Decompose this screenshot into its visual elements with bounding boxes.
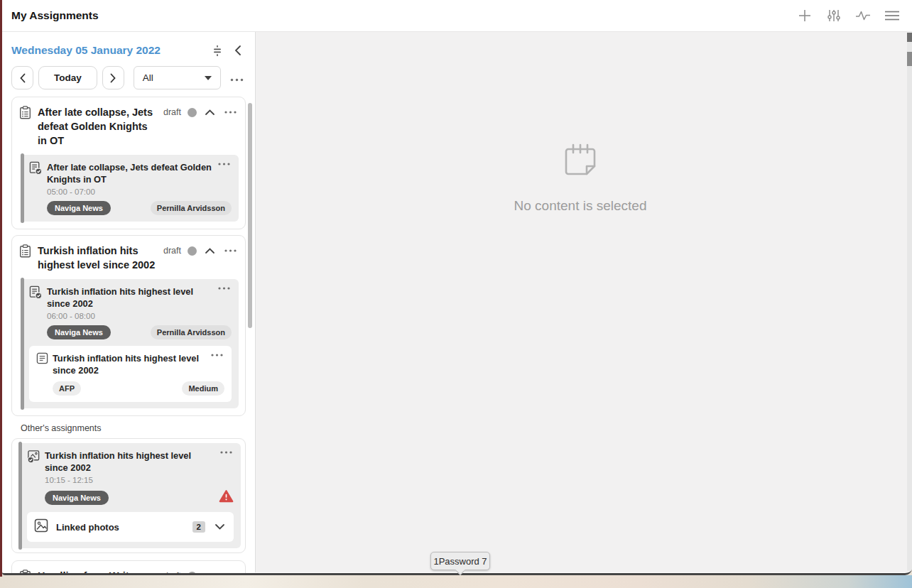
- header-icons: [796, 7, 901, 24]
- assignment-tags-row: Naviga News Pernilla Arvidsson: [47, 325, 232, 339]
- others-section-label: Other's assignments: [21, 423, 244, 433]
- assignment-body: 05:00 - 07:00 Naviga News Pernilla Arvid…: [47, 187, 232, 215]
- assignments-sidebar: Wednesday 05 January 2022: [2, 32, 256, 572]
- sidebar-scrollbar-thumb[interactable]: [248, 103, 252, 328]
- activity-icon[interactable]: [854, 7, 872, 24]
- app-header: My Assignments: [2, 0, 912, 32]
- warning-triangle-icon[interactable]: [219, 489, 234, 506]
- planning-title: Headline from Writer template is suggest…: [38, 569, 157, 575]
- more-dots-icon[interactable]: [223, 109, 238, 115]
- linked-photos-card[interactable]: Linked photos 2: [27, 512, 234, 542]
- sidebar-controls: Today All: [2, 57, 255, 89]
- clipboard-list-icon: [19, 105, 31, 122]
- channel-tag[interactable]: Naviga News: [45, 491, 109, 505]
- assignment-time: 05:00 - 07:00: [47, 187, 232, 196]
- plus-icon[interactable]: [796, 7, 813, 24]
- channel-tag[interactable]: Naviga News: [47, 201, 111, 215]
- assignment-header: Turkish inflation hits highest level sin…: [27, 450, 234, 474]
- sliders-icon[interactable]: [825, 7, 842, 24]
- planning-card[interactable]: After late collapse, Jets defeat Golden …: [11, 97, 246, 229]
- linked-article-card[interactable]: Turkish inflation hits highest level sin…: [29, 346, 232, 402]
- chevron-down-icon[interactable]: [213, 522, 227, 532]
- sidebar-date-header: Wednesday 05 January 2022: [2, 32, 255, 57]
- planning-header-actions: draft: [163, 569, 238, 575]
- article-tags-row: AFP Medium: [53, 381, 224, 396]
- assignment-title: After late collapse, Jets defeat Golden …: [47, 161, 212, 185]
- article-icon: [36, 352, 48, 367]
- today-button[interactable]: Today: [38, 66, 97, 89]
- chevron-down-icon: [205, 76, 212, 80]
- linked-photos-label: Linked photos: [56, 522, 185, 533]
- planning-card-header: Headline from Writer template is suggest…: [12, 561, 245, 575]
- more-dots-icon[interactable]: [217, 285, 232, 291]
- assignment-body: 10:15 - 12:15 Naviga News: [45, 476, 234, 506]
- photo-assignment-check-icon: [27, 450, 40, 467]
- clipboard-list-icon: [19, 569, 31, 575]
- desktop-background: [0, 575, 912, 588]
- sidebar-more-dots-icon[interactable]: [229, 67, 245, 89]
- more-dots-icon[interactable]: [219, 450, 234, 455]
- assignment-tags-row: Naviga News Pernilla Arvidsson: [47, 201, 232, 215]
- status-dot: [188, 108, 197, 117]
- page-scrollbar-thumb-secondary[interactable]: [907, 52, 912, 66]
- chevron-up-icon[interactable]: [203, 107, 217, 117]
- assignment-body: 06:00 - 08:00 Naviga News Pernilla Arvid…: [47, 312, 232, 339]
- empty-state: No content is selected: [256, 139, 905, 214]
- next-day-button[interactable]: [102, 66, 124, 89]
- planning-card[interactable]: Headline from Writer template is suggest…: [11, 560, 246, 575]
- dock-tooltip: 1Password 7: [430, 552, 490, 570]
- channel-tag[interactable]: Naviga News: [47, 325, 111, 339]
- planning-header-actions: draft: [163, 105, 238, 117]
- planning-header-actions: draft: [163, 244, 238, 256]
- assignment-card[interactable]: Turkish inflation hits highest level sin…: [18, 443, 241, 548]
- priority-tag[interactable]: Medium: [182, 381, 224, 396]
- more-dots-icon[interactable]: [223, 248, 238, 254]
- planning-title: After late collapse, Jets defeat Golden …: [38, 105, 157, 148]
- page-scrollbar-track[interactable]: [907, 33, 912, 571]
- clipboard-list-icon: [19, 244, 31, 261]
- assignment-title: Turkish inflation hits highest level sin…: [45, 450, 215, 474]
- collapse-rows-icon[interactable]: [212, 45, 223, 57]
- assignment-card-list: After late collapse, Jets defeat Golden …: [2, 89, 255, 575]
- collapse-sidebar-chevron-left-icon[interactable]: [234, 45, 242, 56]
- assignee-tag[interactable]: Pernilla Arvidsson: [151, 325, 232, 339]
- others-planning-card[interactable]: Turkish inflation hits highest level sin…: [11, 438, 246, 553]
- text-assignment-check-icon: [29, 161, 43, 178]
- chevron-up-icon[interactable]: [203, 246, 217, 256]
- image-icon: [34, 518, 48, 535]
- status-label: draft: [163, 571, 181, 575]
- assignment-card[interactable]: Turkish inflation hits highest level sin…: [21, 279, 239, 408]
- filter-dropdown[interactable]: All: [134, 66, 221, 89]
- main-panel: No content is selected: [256, 32, 912, 572]
- source-tag[interactable]: AFP: [53, 381, 81, 396]
- date-title[interactable]: Wednesday 05 January 2022: [11, 44, 212, 57]
- background-window-edge: [0, 0, 2, 577]
- article-header: Turkish inflation hits highest level sin…: [36, 352, 224, 376]
- page-title: My Assignments: [11, 9, 99, 22]
- more-dots-icon[interactable]: [217, 161, 232, 167]
- linked-photos-count-badge: 2: [192, 521, 205, 533]
- chevron-up-icon[interactable]: [203, 571, 217, 575]
- menu-icon[interactable]: [884, 7, 901, 24]
- assignment-time: 10:15 - 12:15: [45, 476, 234, 484]
- status-label: draft: [163, 246, 181, 256]
- more-dots-icon[interactable]: [223, 573, 238, 575]
- status-dot: [188, 572, 197, 576]
- assignment-card[interactable]: After late collapse, Jets defeat Golden …: [21, 155, 239, 222]
- filter-dropdown-value: All: [143, 72, 153, 83]
- more-dots-icon[interactable]: [210, 352, 224, 358]
- assignee-tag[interactable]: Pernilla Arvidsson: [151, 201, 232, 215]
- assignment-time: 06:00 - 08:00: [47, 312, 232, 320]
- sidebar-header-icons: [212, 45, 242, 57]
- app-window: My Assignments: [2, 0, 912, 575]
- planning-card-header: Turkish inflation hits highest level sin…: [12, 236, 245, 275]
- content-area: Wednesday 05 January 2022: [2, 32, 912, 572]
- text-assignment-check-icon: [29, 285, 43, 303]
- planning-card[interactable]: Turkish inflation hits highest level sin…: [11, 235, 246, 416]
- assignment-tags-row: Naviga News: [45, 489, 234, 506]
- planning-title: Turkish inflation hits highest level sin…: [38, 244, 157, 272]
- page-scrollbar-thumb[interactable]: [907, 33, 912, 42]
- assignment-header: Turkish inflation hits highest level sin…: [29, 285, 232, 310]
- previous-day-button[interactable]: [11, 66, 33, 89]
- dock-tooltip-label: 1Password 7: [433, 556, 487, 567]
